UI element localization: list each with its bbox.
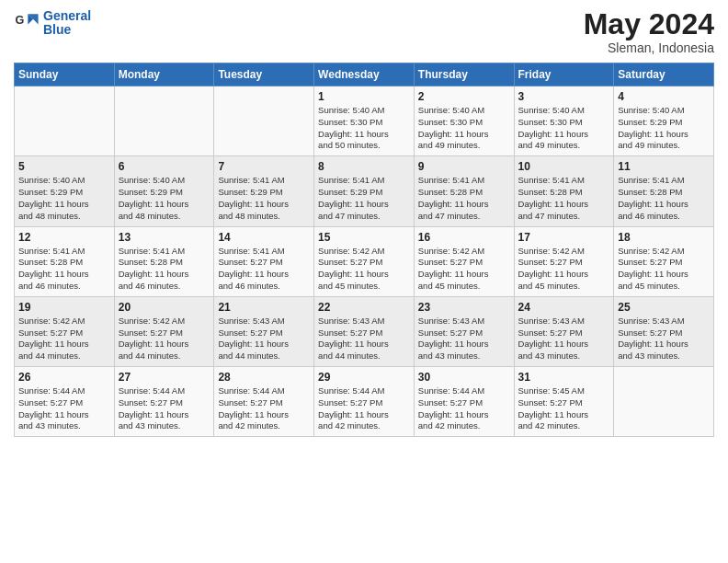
calendar-cell: 23Sunrise: 5:43 AMSunset: 5:27 PMDayligh… <box>414 296 514 366</box>
page: G General Blue May 2024 Sleman, Indonesi… <box>0 0 728 563</box>
day-number: 20 <box>119 301 210 314</box>
calendar-cell: 31Sunrise: 5:45 AMSunset: 5:27 PMDayligh… <box>514 367 614 437</box>
day-number: 9 <box>418 160 510 173</box>
calendar-cell: 15Sunrise: 5:42 AMSunset: 5:27 PMDayligh… <box>314 226 415 296</box>
day-info: Sunrise: 5:42 AMSunset: 5:27 PMDaylight:… <box>119 316 210 362</box>
calendar-week-row: 12Sunrise: 5:41 AMSunset: 5:28 PMDayligh… <box>15 226 714 296</box>
day-number: 16 <box>418 231 510 244</box>
day-info: Sunrise: 5:43 AMSunset: 5:27 PMDaylight:… <box>418 316 510 362</box>
calendar-cell: 6Sunrise: 5:40 AMSunset: 5:29 PMDaylight… <box>114 156 214 226</box>
day-info: Sunrise: 5:41 AMSunset: 5:28 PMDaylight:… <box>18 246 110 293</box>
day-info: Sunrise: 5:43 AMSunset: 5:27 PMDaylight:… <box>318 316 410 362</box>
col-friday: Friday <box>514 63 614 86</box>
calendar-cell: 1Sunrise: 5:40 AMSunset: 5:30 PMDaylight… <box>314 86 415 156</box>
col-monday: Monday <box>114 63 214 86</box>
day-number: 30 <box>418 371 510 384</box>
day-number: 14 <box>218 231 310 244</box>
day-info: Sunrise: 5:41 AMSunset: 5:28 PMDaylight:… <box>119 246 210 293</box>
calendar-cell: 28Sunrise: 5:44 AMSunset: 5:27 PMDayligh… <box>214 367 314 437</box>
day-info: Sunrise: 5:40 AMSunset: 5:30 PMDaylight:… <box>518 105 610 152</box>
calendar-cell: 3Sunrise: 5:40 AMSunset: 5:30 PMDaylight… <box>514 86 614 156</box>
calendar-cell: 13Sunrise: 5:41 AMSunset: 5:28 PMDayligh… <box>114 226 214 296</box>
day-info: Sunrise: 5:41 AMSunset: 5:29 PMDaylight:… <box>318 175 410 222</box>
day-info: Sunrise: 5:44 AMSunset: 5:27 PMDaylight:… <box>318 385 410 432</box>
day-info: Sunrise: 5:42 AMSunset: 5:27 PMDaylight:… <box>418 246 510 293</box>
day-info: Sunrise: 5:40 AMSunset: 5:30 PMDaylight:… <box>318 105 410 152</box>
day-info: Sunrise: 5:41 AMSunset: 5:28 PMDaylight:… <box>618 175 710 222</box>
day-info: Sunrise: 5:41 AMSunset: 5:28 PMDaylight:… <box>418 175 510 222</box>
calendar-week-row: 19Sunrise: 5:42 AMSunset: 5:27 PMDayligh… <box>15 296 714 366</box>
calendar-header-row: Sunday Monday Tuesday Wednesday Thursday… <box>15 63 714 86</box>
day-number: 15 <box>318 231 410 244</box>
day-info: Sunrise: 5:42 AMSunset: 5:27 PMDaylight:… <box>618 246 710 293</box>
day-info: Sunrise: 5:40 AMSunset: 5:29 PMDaylight:… <box>618 105 710 152</box>
logo: G General Blue <box>14 9 91 38</box>
location: Sleman, Indonesia <box>584 40 714 55</box>
day-number: 10 <box>518 160 610 173</box>
calendar-cell: 11Sunrise: 5:41 AMSunset: 5:28 PMDayligh… <box>614 156 714 226</box>
calendar-cell: 2Sunrise: 5:40 AMSunset: 5:30 PMDaylight… <box>414 86 514 156</box>
day-number: 13 <box>119 231 210 244</box>
calendar-cell: 5Sunrise: 5:40 AMSunset: 5:29 PMDaylight… <box>15 156 115 226</box>
calendar-cell <box>15 86 115 156</box>
calendar-table: Sunday Monday Tuesday Wednesday Thursday… <box>14 63 714 437</box>
day-number: 23 <box>418 301 510 314</box>
col-saturday: Saturday <box>614 63 714 86</box>
day-info: Sunrise: 5:43 AMSunset: 5:27 PMDaylight:… <box>518 316 610 362</box>
calendar-cell <box>214 86 314 156</box>
calendar-cell: 16Sunrise: 5:42 AMSunset: 5:27 PMDayligh… <box>414 226 514 296</box>
calendar-cell: 25Sunrise: 5:43 AMSunset: 5:27 PMDayligh… <box>614 296 714 366</box>
day-number: 11 <box>618 160 710 173</box>
day-number: 18 <box>618 231 710 244</box>
day-number: 5 <box>18 160 110 173</box>
calendar-cell: 29Sunrise: 5:44 AMSunset: 5:27 PMDayligh… <box>314 367 415 437</box>
calendar-cell: 12Sunrise: 5:41 AMSunset: 5:28 PMDayligh… <box>15 226 115 296</box>
calendar-cell: 17Sunrise: 5:42 AMSunset: 5:27 PMDayligh… <box>514 226 614 296</box>
day-number: 31 <box>518 371 610 384</box>
calendar-cell: 24Sunrise: 5:43 AMSunset: 5:27 PMDayligh… <box>514 296 614 366</box>
calendar-cell <box>614 367 714 437</box>
day-info: Sunrise: 5:40 AMSunset: 5:30 PMDaylight:… <box>418 105 510 152</box>
calendar-cell: 7Sunrise: 5:41 AMSunset: 5:29 PMDaylight… <box>214 156 314 226</box>
calendar-week-row: 1Sunrise: 5:40 AMSunset: 5:30 PMDaylight… <box>15 86 714 156</box>
calendar-cell: 22Sunrise: 5:43 AMSunset: 5:27 PMDayligh… <box>314 296 415 366</box>
col-tuesday: Tuesday <box>214 63 314 86</box>
day-info: Sunrise: 5:44 AMSunset: 5:27 PMDaylight:… <box>119 385 210 432</box>
day-number: 26 <box>18 371 110 384</box>
day-info: Sunrise: 5:45 AMSunset: 5:27 PMDaylight:… <box>518 385 610 432</box>
day-number: 27 <box>119 371 210 384</box>
calendar-cell: 20Sunrise: 5:42 AMSunset: 5:27 PMDayligh… <box>114 296 214 366</box>
logo-text: General Blue <box>43 9 91 38</box>
month-title: May 2024 <box>584 9 714 39</box>
day-number: 8 <box>318 160 410 173</box>
day-info: Sunrise: 5:44 AMSunset: 5:27 PMDaylight:… <box>418 385 510 432</box>
day-number: 24 <box>518 301 610 314</box>
day-info: Sunrise: 5:44 AMSunset: 5:27 PMDaylight:… <box>18 385 110 432</box>
day-info: Sunrise: 5:41 AMSunset: 5:27 PMDaylight:… <box>218 246 310 293</box>
day-number: 25 <box>618 301 710 314</box>
calendar-cell: 9Sunrise: 5:41 AMSunset: 5:28 PMDaylight… <box>414 156 514 226</box>
col-wednesday: Wednesday <box>314 63 415 86</box>
day-info: Sunrise: 5:42 AMSunset: 5:27 PMDaylight:… <box>318 246 410 293</box>
calendar-cell: 30Sunrise: 5:44 AMSunset: 5:27 PMDayligh… <box>414 367 514 437</box>
calendar-cell: 26Sunrise: 5:44 AMSunset: 5:27 PMDayligh… <box>15 367 115 437</box>
calendar-cell: 19Sunrise: 5:42 AMSunset: 5:27 PMDayligh… <box>15 296 115 366</box>
day-number: 7 <box>218 160 310 173</box>
calendar-week-row: 26Sunrise: 5:44 AMSunset: 5:27 PMDayligh… <box>15 367 714 437</box>
day-info: Sunrise: 5:42 AMSunset: 5:27 PMDaylight:… <box>18 316 110 362</box>
day-number: 2 <box>418 90 510 103</box>
day-number: 28 <box>218 371 310 384</box>
day-number: 17 <box>518 231 610 244</box>
title-area: May 2024 Sleman, Indonesia <box>584 9 714 55</box>
generalblue-logo-icon: G <box>14 10 40 36</box>
day-info: Sunrise: 5:42 AMSunset: 5:27 PMDaylight:… <box>518 246 610 293</box>
header: G General Blue May 2024 Sleman, Indonesi… <box>14 9 714 55</box>
calendar-cell: 8Sunrise: 5:41 AMSunset: 5:29 PMDaylight… <box>314 156 415 226</box>
calendar-cell: 10Sunrise: 5:41 AMSunset: 5:28 PMDayligh… <box>514 156 614 226</box>
day-info: Sunrise: 5:41 AMSunset: 5:28 PMDaylight:… <box>518 175 610 222</box>
day-number: 21 <box>218 301 310 314</box>
calendar-cell: 21Sunrise: 5:43 AMSunset: 5:27 PMDayligh… <box>214 296 314 366</box>
col-thursday: Thursday <box>414 63 514 86</box>
calendar-cell: 4Sunrise: 5:40 AMSunset: 5:29 PMDaylight… <box>614 86 714 156</box>
calendar-cell <box>114 86 214 156</box>
